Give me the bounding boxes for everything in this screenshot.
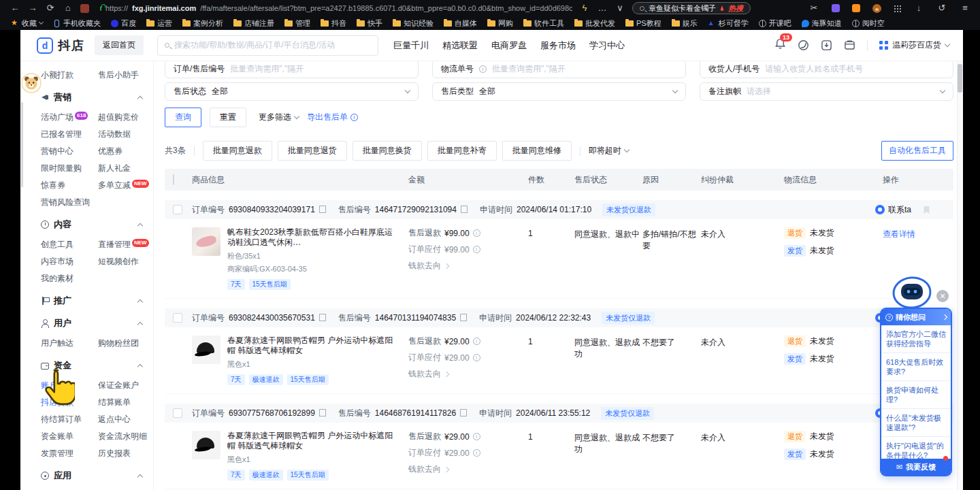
sidebar-link[interactable]: 抖店贷款	[41, 397, 74, 408]
batch-refund-button[interactable]: 批量同意退款	[203, 141, 272, 161]
logo[interactable]: d 抖店	[37, 37, 85, 54]
contact-buyer-button[interactable]: 联系ta	[875, 204, 911, 216]
nav-xuexi[interactable]: 学习中心	[589, 39, 625, 52]
sidebar-link[interactable]: 内容市场	[41, 256, 74, 267]
store-switcher[interactable]: 温莉莎百店货	[879, 39, 949, 51]
bookmark-item[interactable]: 知识经验	[393, 18, 434, 29]
nav-qianchuan[interactable]: 巨量千川	[393, 39, 429, 52]
purple-extension-icon[interactable]	[832, 4, 840, 12]
sidebar-link[interactable]: 直播管理	[98, 239, 131, 250]
more-filters-link[interactable]: 更多筛选	[259, 112, 299, 123]
export-link[interactable]: 导出售后单 i	[307, 112, 358, 123]
download-icon[interactable]: ↓	[913, 3, 924, 14]
automation-tool-button[interactable]: 自动化售后工具	[881, 141, 953, 161]
view-detail-link[interactable]: 查看详情	[883, 227, 953, 240]
batch-exchange-button[interactable]: 批量同意换货	[353, 141, 422, 161]
menu-icon[interactable]: ≡	[960, 3, 970, 14]
tracking-no-input[interactable]: 物流单号 i 批量查询需用","隔开	[432, 61, 686, 78]
feedback-button[interactable]: ✉ 我要反馈	[881, 459, 951, 475]
sidebar-link[interactable]: 历史报表	[98, 448, 131, 459]
question-item[interactable]: 添加官方小二微信获得经营指导	[881, 325, 951, 353]
sidebar-link[interactable]: 活动数据	[98, 129, 131, 140]
query-button[interactable]: 查询	[165, 108, 201, 127]
row-checkbox[interactable]	[173, 408, 182, 418]
address-bar[interactable]: https://fxg.jinritemai.com/ffa/maftersal…	[96, 4, 572, 12]
page-scrollbar[interactable]	[957, 61, 963, 490]
sidebar-link[interactable]: 保证金账户	[98, 380, 139, 391]
download-center-icon[interactable]	[821, 39, 832, 51]
order-id-input[interactable]: 订单/售后编号 批量查询需用","隔开	[165, 61, 419, 78]
copy-icon[interactable]	[321, 315, 326, 321]
sidebar-link[interactable]: 返点中心	[98, 414, 131, 425]
sidebar-link[interactable]: 结算账单	[98, 397, 131, 408]
bookmark-item[interactable]: 运营	[146, 18, 172, 29]
sidebar-link[interactable]: 超值购竞价	[98, 112, 139, 123]
bookmark-item[interactable]: 快手	[357, 18, 382, 29]
question-item[interactable]: 换货申请如何处理?	[881, 381, 951, 409]
dropdown-caret-icon[interactable]: ∨	[615, 3, 625, 14]
sidebar-link[interactable]: 我的素材	[41, 273, 74, 284]
sidebar-link[interactable]: 账户中心	[41, 380, 74, 391]
aftersale-status-select[interactable]: 售后状态 全部	[165, 82, 419, 101]
sidebar-section[interactable]: 资金	[41, 359, 153, 372]
batch-repair-button[interactable]: 批量同意维修	[502, 141, 572, 161]
sidebar-section[interactable]: 用户	[41, 317, 153, 329]
sidebar-link[interactable]: 待结算订单	[41, 414, 82, 425]
bookmark-item[interactable]: 批发代发	[574, 18, 615, 29]
bookmark-item[interactable]: 收藏	[11, 18, 43, 29]
copy-icon[interactable]	[321, 207, 326, 213]
money-destination[interactable]: 钱款去向	[408, 368, 441, 380]
bookmark-item[interactable]: 开课吧	[759, 18, 791, 29]
bookmark-item[interactable]: 百度	[111, 18, 136, 29]
product-image[interactable]	[192, 227, 220, 256]
bookmark-item[interactable]: 店铺注册	[233, 18, 274, 29]
bookmark-item[interactable]: 娱乐	[672, 18, 698, 29]
copy-icon[interactable]	[321, 410, 326, 416]
history-icon[interactable]: ↺	[936, 3, 947, 14]
bookmark-item[interactable]: PS教程	[625, 18, 662, 29]
product-title[interactable]: 帆布鞋女2023秋季新款低帮百搭小白鞋厚底运动鞋浅口透气休闲…	[227, 227, 396, 248]
close-icon[interactable]: ✕	[936, 290, 949, 302]
reset-button[interactable]: 重置	[210, 108, 246, 127]
product-image[interactable]	[192, 431, 220, 459]
remark-flag-select[interactable]: 备注旗帜 请选择	[700, 82, 953, 101]
bookmark-item[interactable]: 杉可督学	[708, 18, 749, 29]
reload-icon[interactable]: ⟳	[45, 3, 56, 14]
mascot-assistant[interactable]	[21, 73, 42, 96]
more-dots-icon[interactable]: …	[597, 3, 608, 14]
nav-jingxuan[interactable]: 精选联盟	[442, 39, 478, 52]
copy-icon[interactable]	[461, 410, 467, 416]
question-item[interactable]: 什么是"未发货极速退款"?	[881, 409, 951, 437]
sidebar-link[interactable]: 限时限量购	[41, 163, 82, 174]
assistant-robot[interactable]	[890, 275, 934, 316]
bookmark-item[interactable]: 抖音	[321, 18, 346, 29]
sidebar-link[interactable]: 短视频创作	[98, 256, 139, 267]
product-image[interactable]	[192, 336, 220, 364]
sidebar-link[interactable]: 创意工具	[41, 239, 74, 250]
batch-return-button[interactable]: 批量同意退货	[278, 141, 347, 161]
sidebar-link[interactable]: 用户触达	[41, 338, 74, 349]
bookmark-item[interactable]: 海豚知道	[802, 18, 842, 29]
copy-icon[interactable]	[462, 207, 468, 213]
sidebar-section[interactable]: 应用	[41, 470, 153, 482]
question-item[interactable]: 618大促售后时效要求?	[881, 353, 951, 381]
row-checkbox[interactable]	[173, 205, 182, 214]
extension-icon[interactable]	[80, 4, 89, 13]
product-title[interactable]: 春夏薄款速干网眼鸭舌帽男 户外运动中标遮阳帽 韩版透气棒球帽女	[227, 336, 396, 356]
sidebar-link[interactable]: 多单立减	[98, 180, 131, 191]
sidebar-link[interactable]: 营销中心	[41, 146, 74, 157]
dog-extension-icon[interactable]	[872, 4, 881, 13]
notifications-button[interactable]: 13	[774, 38, 786, 52]
question-item[interactable]: 执行"闪电退货"的条件是什么?	[881, 437, 951, 459]
money-destination[interactable]: 钱款去向	[408, 260, 441, 272]
scissors-icon[interactable]: ✂	[808, 3, 819, 14]
sidebar-link[interactable]: 购物粉丝团	[98, 338, 139, 349]
sidebar-section[interactable]: 营销	[41, 91, 153, 103]
theme-circle-icon[interactable]	[798, 39, 809, 51]
receiver-input[interactable]: 收货人/手机号 请输入收货人姓名或手机号	[700, 61, 953, 78]
bookmark-item[interactable]: 手机收藏夹	[53, 18, 101, 29]
timeout-filter[interactable]: 即将超时	[589, 145, 629, 157]
bookmark-item[interactable]: 自媒体	[444, 18, 477, 29]
sidebar-link[interactable]: 资金流水明细	[98, 431, 147, 442]
sidebar-link[interactable]: 已报名管理	[41, 129, 82, 140]
